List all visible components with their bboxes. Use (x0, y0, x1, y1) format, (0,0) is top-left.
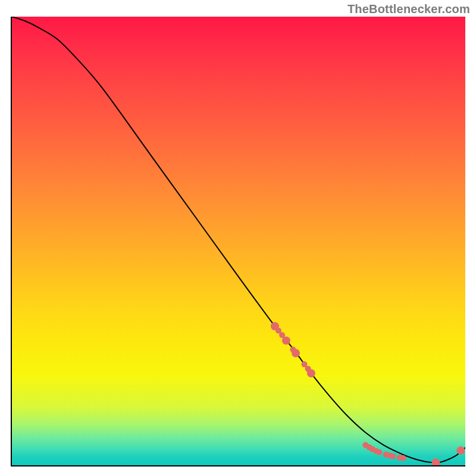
marker-point (282, 336, 290, 345)
marker-point (400, 455, 406, 461)
marker-points-group (271, 322, 465, 465)
bottleneck-curve-line (12, 17, 465, 463)
marker-point (431, 458, 440, 465)
plot-area (11, 17, 465, 466)
chart-svg (12, 17, 465, 465)
chart-container: TheBottlenecker.com (0, 0, 476, 476)
attribution-label: TheBottlenecker.com (347, 2, 470, 16)
marker-point (390, 453, 396, 459)
marker-point (376, 449, 382, 455)
marker-point (292, 349, 300, 358)
marker-point (456, 446, 465, 455)
marker-point (307, 369, 315, 377)
